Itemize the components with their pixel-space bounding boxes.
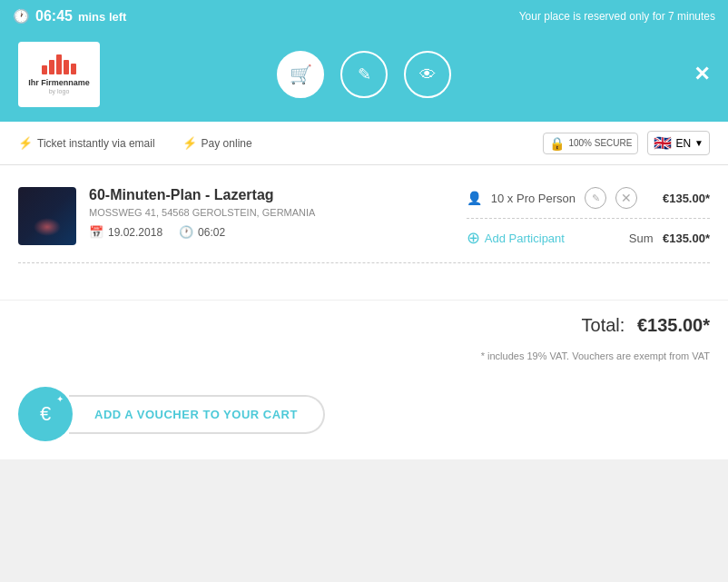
sparkle-icon: ✦: [56, 394, 64, 404]
ssl-label: 100% SECURE: [568, 138, 632, 148]
vat-note: * includes 19% VAT. Vouchers are exempt …: [0, 350, 728, 372]
flag-icon: 🇬🇧: [654, 134, 672, 152]
cart-nav-button[interactable]: 🛒: [277, 51, 324, 98]
add-participant-button[interactable]: ⊕ Add Participant: [467, 228, 565, 248]
lightning-icon-2: ⚡: [182, 136, 197, 150]
voucher-section: € ✦ ADD A VOUCHER TO YOUR CART: [0, 372, 728, 459]
nav-icons: 🛒 ✎ 👁: [277, 51, 451, 98]
eye-icon: 👁: [419, 65, 436, 84]
lang-label: EN: [675, 137, 691, 150]
language-selector[interactable]: 🇬🇧 EN ▼: [647, 131, 710, 155]
event-date-item: 📅 19.02.2018: [89, 225, 162, 239]
add-voucher-button[interactable]: ADD A VOUCHER TO YOUR CART: [69, 395, 325, 434]
person-icon: 👤: [467, 191, 482, 205]
logo-bar-1: [42, 65, 47, 74]
ssl-badge: 🔒 100% SECURE: [543, 133, 638, 154]
logo-bar-3: [56, 54, 62, 74]
lightning-icon-1: ⚡: [18, 136, 33, 150]
add-participant-label: Add Participant: [485, 232, 565, 245]
event-time: 06:02: [198, 226, 225, 239]
logo-bar-4: [64, 60, 69, 74]
event-address: MOSSWEG 41, 54568 GEROLSTEIN, GERMANIA: [89, 207, 452, 218]
total-price: €135.00*: [637, 315, 710, 335]
logo-bar-2: [49, 60, 54, 74]
sum-price: €135.00*: [663, 232, 710, 245]
euro-icon: €: [40, 402, 51, 426]
logo-text: Ihr Firmenname: [28, 78, 90, 88]
cart-icon: 🛒: [290, 64, 312, 85]
order-row: 60-Minuten-Plan - Lazertag MOSSWEG 41, 5…: [18, 187, 710, 263]
chevron-down-icon: ▼: [694, 138, 703, 148]
close-icon: ✕: [694, 63, 710, 85]
voucher-button-group: € ✦ ADD A VOUCHER TO YOUR CART: [18, 387, 325, 441]
pay-online-info: ⚡ Pay online: [182, 136, 252, 150]
voucher-icon-circle: € ✦: [18, 387, 73, 441]
add-participant-row: ⊕ Add Participant Sum €135.00*: [467, 228, 710, 248]
ticket-participants-label: 10 x Pro Person: [491, 192, 576, 205]
add-circle-icon: ⊕: [467, 228, 480, 248]
logo-bar-5: [71, 64, 76, 74]
event-time-item: 🕐 06:02: [179, 225, 225, 239]
pencil-icon: ✎: [592, 192, 600, 204]
remove-ticket-button[interactable]: ✕: [615, 187, 637, 209]
main-content: 60-Minuten-Plan - Lazertag MOSSWEG 41, 5…: [0, 165, 728, 300]
reservation-note: Your place is reserved only for 7 minute…: [519, 10, 715, 23]
edit-ticket-button[interactable]: ✎: [585, 187, 606, 209]
clock-icon: 🕐: [13, 8, 30, 25]
event-meta: 📅 19.02.2018 🕐 06:02: [89, 225, 452, 239]
ticket-price: €135.00*: [646, 192, 710, 205]
clock-icon-event: 🕐: [179, 225, 193, 239]
sum-section: Sum €135.00*: [629, 230, 710, 246]
pay-online-label: Pay online: [202, 137, 252, 150]
close-button[interactable]: ✕: [694, 63, 710, 86]
top-bar: 🕐 06:45 mins left Your place is reserved…: [0, 0, 728, 33]
edit-icon: ✎: [358, 64, 371, 84]
ticket-row: 👤 10 x Pro Person ✎ ✕ €135.00*: [467, 187, 710, 219]
preview-nav-button[interactable]: 👁: [404, 51, 451, 98]
info-bar-right: 🔒 100% SECURE 🇬🇧 EN ▼: [543, 131, 710, 155]
timer-value: 06:45: [35, 8, 73, 25]
event-details: 60-Minuten-Plan - Lazertag MOSSWEG 41, 5…: [89, 187, 452, 239]
timer-section: 🕐 06:45 mins left: [13, 8, 126, 25]
remove-icon: ✕: [621, 191, 632, 205]
logo-subtext: by logo: [49, 88, 70, 94]
calendar-icon: 📅: [89, 225, 103, 239]
ssl-icon: 🔒: [549, 136, 565, 151]
event-title: 60-Minuten-Plan - Lazertag: [89, 187, 452, 203]
sum-label: Sum: [629, 232, 654, 245]
ticket-email-label: Ticket instantly via email: [37, 137, 155, 150]
total-section: Total: €135.00*: [0, 300, 728, 350]
event-date: 19.02.2018: [108, 226, 162, 239]
logo-bars: [42, 54, 76, 74]
total-label: Total:: [582, 315, 625, 335]
ticket-info: 👤 10 x Pro Person ✎ ✕ €135.00* ⊕ Add Par…: [467, 187, 710, 248]
ticket-email-info: ⚡ Ticket instantly via email: [18, 136, 155, 150]
total-row: Total: €135.00*: [18, 315, 710, 336]
event-thumbnail: [18, 187, 76, 245]
event-image: 60-Minuten-Plan - Lazertag MOSSWEG 41, 5…: [18, 187, 452, 245]
header: Ihr Firmenname by logo 🛒 ✎ 👁 ✕: [0, 33, 728, 122]
info-bar: ⚡ Ticket instantly via email ⚡ Pay onlin…: [0, 122, 728, 165]
timer-label: mins left: [78, 10, 126, 24]
edit-nav-button[interactable]: ✎: [340, 51, 388, 98]
logo: Ihr Firmenname by logo: [18, 42, 100, 107]
